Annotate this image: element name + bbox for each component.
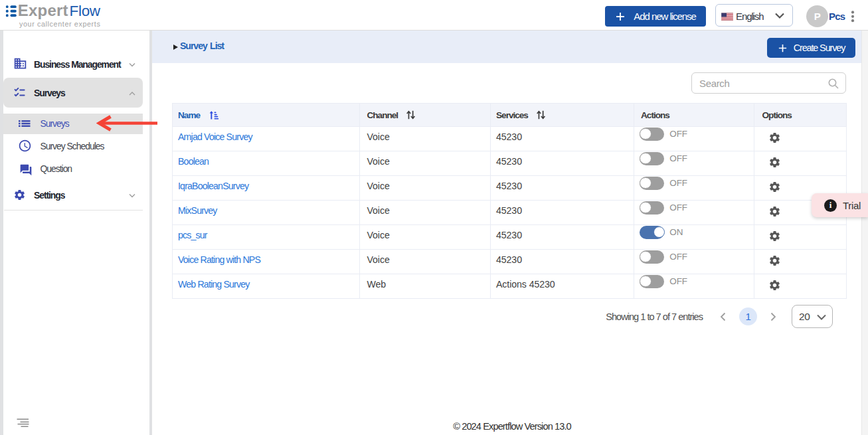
svg-text:Flow: Flow — [70, 3, 101, 19]
svg-text:Expert: Expert — [18, 1, 68, 19]
svg-text:your callcenter experts: your callcenter experts — [19, 20, 100, 28]
